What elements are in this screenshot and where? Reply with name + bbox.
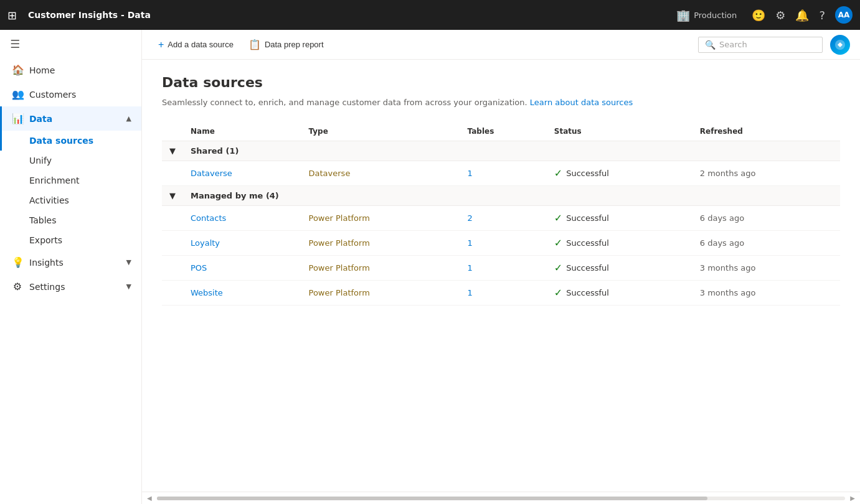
sidebar-subitem-enrichment[interactable]: Enrichment <box>0 170 141 190</box>
learn-more-link[interactable]: Learn about data sources <box>530 98 633 107</box>
sidebar-item-customers[interactable]: 👥 Customers <box>0 82 141 106</box>
sidebar-item-settings[interactable]: ⚙ Settings ▼ <box>0 274 141 299</box>
row-refreshed-cell: 2 months ago <box>692 161 840 186</box>
table-group-row[interactable]: ▼ Managed by me (4) <box>162 186 840 206</box>
horizontal-scrollbar[interactable]: ◀ ▶ <box>142 492 860 504</box>
datasource-tables-count: 1 <box>468 288 473 297</box>
row-tables-cell: 1 <box>460 161 547 186</box>
status-badge: ✓ Successful <box>554 237 685 249</box>
scroll-thumb <box>157 497 707 500</box>
sidebar-subitem-data-sources[interactable]: Data sources <box>0 131 141 151</box>
sidebar-toggle[interactable]: ☰ <box>0 30 141 58</box>
datasource-type: Power Platform <box>309 288 370 297</box>
add-datasource-button[interactable]: + Add a data source <box>152 35 240 54</box>
insights-chevron-icon: ▼ <box>126 258 131 266</box>
sidebar-item-label-insights: Insights <box>29 258 120 268</box>
status-check-icon: ✓ <box>554 167 562 179</box>
status-badge: ✓ Successful <box>554 262 685 274</box>
row-name-cell: Dataverse <box>183 161 301 186</box>
datasource-tables-count: 2 <box>468 213 473 223</box>
add-icon: + <box>158 39 164 50</box>
row-refreshed-cell: 6 days ago <box>692 206 840 231</box>
datasource-type: Dataverse <box>309 169 351 178</box>
datasource-name-link[interactable]: POS <box>191 263 207 273</box>
row-type-cell: Power Platform <box>301 231 460 256</box>
search-box[interactable]: 🔍 Search <box>698 37 823 53</box>
environment-selector[interactable]: 🏢 Production <box>676 9 737 22</box>
status-badge: ✓ Successful <box>554 212 685 224</box>
row-status-cell: ✓ Successful <box>547 231 692 256</box>
row-name-cell: POS <box>183 256 301 281</box>
status-text: Successful <box>566 263 609 273</box>
row-indent-cell <box>162 161 183 186</box>
sidebar-nav: 🏠 Home 👥 Customers 📊 Data ▲ Data sources… <box>0 58 141 504</box>
datasource-name-link[interactable]: Loyalty <box>191 238 220 248</box>
environment-icon: 🏢 <box>676 9 690 22</box>
table-group-row[interactable]: ▼ Shared (1) <box>162 141 840 161</box>
data-prep-report-button[interactable]: 📋 Data prep report <box>242 35 330 54</box>
status-badge: ✓ Successful <box>554 167 685 179</box>
scroll-left-btn[interactable]: ◀ <box>144 495 154 502</box>
group-label: Shared (1) <box>183 141 840 161</box>
sidebar: ☰ 🏠 Home 👥 Customers 📊 Data ▲ Data sourc… <box>0 30 142 504</box>
insights-icon: 💡 <box>12 256 23 268</box>
sidebar-item-insights[interactable]: 💡 Insights ▼ <box>0 250 141 274</box>
face-icon[interactable]: 🙂 <box>752 9 765 22</box>
sidebar-subitem-tables[interactable]: Tables <box>0 210 141 230</box>
table-row: Contacts Power Platform 2 ✓ Successful 6… <box>162 206 840 231</box>
settings-icon[interactable]: ⚙ <box>775 9 785 22</box>
row-status-cell: ✓ Successful <box>547 161 692 186</box>
scroll-right-btn[interactable]: ▶ <box>848 495 858 502</box>
user-avatar[interactable]: AA <box>835 6 853 24</box>
row-type-cell: Power Platform <box>301 256 460 281</box>
sidebar-subitem-unify[interactable]: Unify <box>0 151 141 170</box>
notifications-icon[interactable]: 🔔 <box>795 9 809 22</box>
sidebar-subitem-label-activities: Activities <box>29 195 69 205</box>
row-refreshed-cell: 6 days ago <box>692 231 840 256</box>
sidebar-item-data[interactable]: 📊 Data ▲ <box>0 106 141 131</box>
refreshed-time: 6 days ago <box>700 238 744 248</box>
group-chevron-cell: ▼ <box>162 186 183 206</box>
page-title: Data sources <box>162 75 840 90</box>
topbar: ⊞ Customer Insights - Data 🏢 Production … <box>0 0 860 30</box>
col-type: Type <box>301 122 460 141</box>
data-chevron-icon: ▲ <box>126 114 131 123</box>
help-icon[interactable]: ? <box>819 9 825 22</box>
datasource-name-link[interactable]: Dataverse <box>191 169 232 178</box>
datasource-type: Power Platform <box>309 238 370 248</box>
sidebar-subitem-label-tables: Tables <box>29 215 57 225</box>
environment-label: Production <box>694 11 737 20</box>
sidebar-subitem-label-enrichment: Enrichment <box>29 175 80 185</box>
sidebar-item-label-data: Data <box>29 114 120 124</box>
sidebar-subitem-label-exports: Exports <box>29 235 62 245</box>
row-tables-cell: 1 <box>460 256 547 281</box>
settings-chevron-icon: ▼ <box>126 282 131 291</box>
status-text: Successful <box>566 238 609 248</box>
row-status-cell: ✓ Successful <box>547 256 692 281</box>
status-check-icon: ✓ <box>554 287 562 299</box>
row-indent-cell <box>162 281 183 306</box>
grid-icon[interactable]: ⊞ <box>7 9 17 22</box>
data-icon: 📊 <box>12 113 23 124</box>
refreshed-time: 3 months ago <box>700 263 756 273</box>
col-tables: Tables <box>460 122 547 141</box>
datasource-tables-count: 1 <box>468 263 473 273</box>
sidebar-item-home[interactable]: 🏠 Home <box>0 58 141 82</box>
datasource-name-link[interactable]: Contacts <box>191 213 226 223</box>
row-name-cell: Contacts <box>183 206 301 231</box>
data-sources-table: Name Type Tables Status Refreshed ▼ Shar… <box>162 122 840 306</box>
row-tables-cell: 1 <box>460 281 547 306</box>
sidebar-subitem-exports[interactable]: Exports <box>0 230 141 250</box>
row-indent-cell <box>162 206 183 231</box>
row-name-cell: Website <box>183 281 301 306</box>
content-area: + Add a data source 📋 Data prep report 🔍… <box>142 30 860 504</box>
datasource-name-link[interactable]: Website <box>191 288 223 297</box>
sidebar-subitem-activities[interactable]: Activities <box>0 190 141 210</box>
row-indent-cell <box>162 231 183 256</box>
datasource-tables-count: 1 <box>468 238 473 248</box>
page-description: Seamlessly connect to, enrich, and manag… <box>162 98 840 107</box>
chevron-down-icon: ▼ <box>169 146 176 156</box>
row-indent-cell <box>162 256 183 281</box>
row-tables-cell: 1 <box>460 231 547 256</box>
status-check-icon: ✓ <box>554 262 562 274</box>
